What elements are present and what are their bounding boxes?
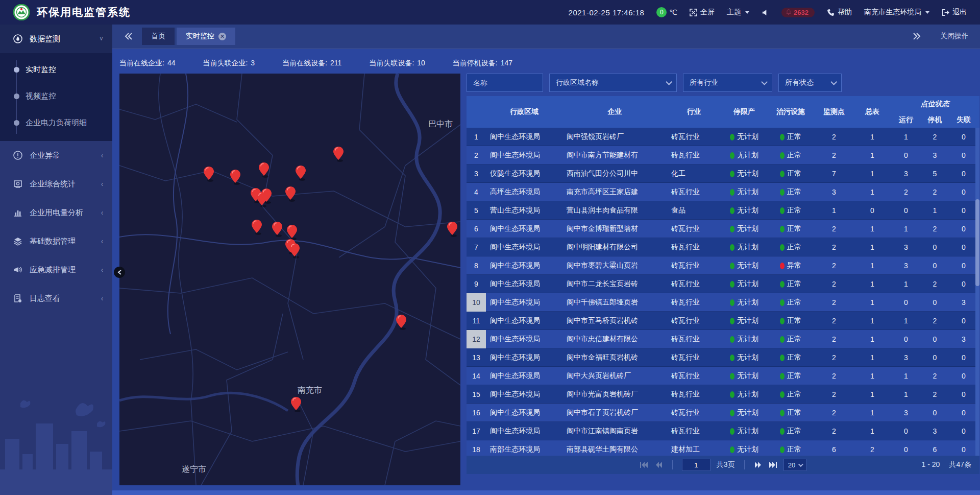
map-panel[interactable]: 巴中市南充市遂宁市 [119, 74, 460, 485]
table-scrollbar[interactable] [975, 128, 979, 456]
sidebar-item-4[interactable]: 基础数据管理‹ [0, 227, 112, 255]
status-dot-icon [780, 171, 785, 177]
sidebar-subitem[interactable]: 视频监控 [0, 83, 112, 109]
cell-monitor-count: 2 [814, 243, 854, 251]
cell-limit-status: 无计划 [721, 408, 768, 417]
sidebar-subitem[interactable]: 企业电力负荷明细 [0, 109, 112, 136]
table-row[interactable]: 8阆中生态环境局阆中市枣碧大梁山页岩砖瓦行业无计划异常21300 [467, 256, 979, 275]
close-operations-button[interactable]: 关闭操作 [940, 32, 969, 41]
last-page-button[interactable] [768, 461, 777, 468]
cell-industry: 建材加工 [667, 445, 721, 454]
fullscreen-button[interactable]: 全屏 [690, 8, 715, 17]
mute-button[interactable] [762, 9, 769, 16]
prev-page-button[interactable] [655, 461, 663, 468]
cell-company: 西南油气田分公司川中 [562, 169, 667, 178]
map-collapse-button[interactable] [114, 267, 125, 278]
name-search-field[interactable] [473, 79, 536, 87]
col-header-stop: 停机 [922, 115, 948, 125]
cell-run-count: 3 [890, 262, 922, 270]
sidebar-item-1[interactable]: 企业异常‹ [0, 141, 112, 170]
stat-value: 211 [330, 59, 341, 68]
row-index: 13 [472, 353, 480, 362]
col-header-meter: 总表 [854, 107, 890, 116]
status-select[interactable]: 所有状态 [778, 74, 842, 92]
map-canvas[interactable]: 巴中市南充市遂宁市 [119, 74, 460, 485]
tab-realtime-monitor[interactable]: 实时监控 ✕ [177, 28, 235, 45]
cell-monitor-count: 2 [814, 390, 854, 398]
chevron-left-icon: ‹ [101, 294, 103, 303]
sidebar-item-5[interactable]: 应急减排管理‹ [0, 255, 112, 284]
table-row[interactable]: 12阆中生态环境局阆中市忠信建材有限公砖瓦行业无计划正常21003 [467, 330, 979, 348]
table-row[interactable]: 10阆中生态环境局阆中千佛镇五郎垭页岩砖瓦行业无计划正常21003 [467, 293, 979, 312]
sidebar-item-3[interactable]: 企业用电量分析‹ [0, 198, 112, 227]
scrollbar-thumb[interactable] [975, 199, 979, 286]
city-label: 巴中市 [428, 120, 453, 128]
help-button[interactable]: 帮助 [827, 8, 852, 17]
cell-company: 阆中市光富页岩机砖厂 [562, 390, 667, 399]
table-row[interactable]: 5营山生态环境局营山县润丰肉食品有限食品无计划正常10010 [467, 201, 979, 220]
city-label: 南充市 [298, 386, 322, 394]
row-index: 3 [474, 170, 478, 178]
cell-company: 阆中市石子页岩机砖厂 [562, 408, 667, 417]
status-dot-icon [730, 152, 734, 159]
name-search-input[interactable] [467, 74, 543, 92]
cell-limit-status: 无计划 [721, 261, 768, 270]
chevron-down-icon [798, 462, 803, 467]
first-page-button[interactable] [640, 461, 649, 468]
cell-monitor-count: 2 [814, 225, 854, 233]
chevron-left-icon: ‹ [101, 151, 103, 160]
stat-item: 当前停机设备:147 [453, 59, 512, 68]
sidebar-item-label: 企业用电量分析 [30, 208, 83, 218]
page-number-input[interactable]: 1 [682, 459, 710, 471]
next-page-icon [754, 461, 762, 468]
table-row[interactable]: 2阆中生态环境局阆中市南方节能建材有砖瓦行业无计划正常21030 [467, 146, 979, 164]
cell-treatment-status: 正常 [768, 206, 814, 215]
sidebar-item-6[interactable]: 日志查看‹ [0, 284, 112, 313]
logout-button[interactable]: 退出 [942, 8, 967, 17]
table-row[interactable]: 17阆中生态环境局阆中市江南镇阆南页岩砖瓦行业无计划正常21030 [467, 422, 979, 440]
notification-badge[interactable]: 2632 [781, 8, 815, 17]
chevron-down-icon [830, 79, 837, 85]
city-label: 遂宁市 [182, 465, 206, 474]
table-row[interactable]: 13阆中生态环境局阆中市金福旺页岩机砖砖瓦行业无计划正常21300 [467, 348, 979, 367]
region-select[interactable]: 行政区域名称 [549, 74, 677, 92]
org-dropdown[interactable]: 南充市生态环境局 [864, 8, 929, 17]
cell-region: 阆中生态环境局 [486, 390, 562, 399]
table-row[interactable]: 6阆中生态环境局阆中市金博瑞新型墙材砖瓦行业无计划正常21120 [467, 220, 979, 238]
table-row[interactable]: 9阆中生态环境局阆中市二龙长宝页岩砖砖瓦行业无计划正常21120 [467, 275, 979, 293]
chevron-down-icon [666, 79, 672, 85]
record-range-label: 1 - 20 [922, 460, 940, 469]
cell-region: 高坪生态环境局 [486, 187, 562, 197]
table-row[interactable]: 15阆中生态环境局阆中市光富页岩机砖厂砖瓦行业无计划正常21120 [467, 385, 979, 404]
table-row[interactable]: 1阆中生态环境局阆中强锐页岩砖厂砖瓦行业无计划正常21120 [467, 128, 979, 146]
tab-home[interactable]: 首页 [142, 28, 175, 45]
tab-scroll-left-button[interactable] [125, 33, 133, 40]
table-row[interactable]: 3仪陇生态环境局西南油气田分公司川中化工无计划正常71350 [467, 164, 979, 183]
table-row[interactable]: 18南部生态环境局南部县砚华土陶有限公建材加工无计划正常62060 [467, 440, 979, 456]
tab-scroll-right-button[interactable] [913, 33, 921, 40]
table-row[interactable]: 11阆中生态环境局阆中市五马桥页岩机砖砖瓦行业无计划正常21120 [467, 312, 979, 330]
col-header-lost: 失联 [948, 115, 979, 125]
next-page-button[interactable] [754, 461, 762, 468]
status-dot-icon [780, 207, 785, 214]
sidebar-item-0[interactable]: 数据监测˅ [0, 25, 112, 53]
cell-meter-count: 1 [854, 170, 890, 178]
status-dot-icon [780, 336, 785, 343]
table-row[interactable]: 16阆中生态环境局阆中市石子页岩机砖厂砖瓦行业无计划正常21300 [467, 404, 979, 422]
cell-monitor-count: 2 [814, 353, 854, 362]
table-row[interactable]: 14阆中生态环境局阆中大兴页岩机砖厂砖瓦行业无计划正常21120 [467, 367, 979, 385]
cell-industry: 砖瓦行业 [667, 353, 721, 362]
table-row[interactable]: 7阆中生态环境局阆中明阳建材有限公司砖瓦行业无计划正常21300 [467, 238, 979, 256]
industry-select[interactable]: 所有行业 [683, 74, 772, 92]
table-row[interactable]: 4高坪生态环境局南充市高坪区王家店建砖瓦行业无计划正常31220 [467, 183, 979, 201]
sidebar-subitem[interactable]: 实时监控 [0, 56, 112, 83]
row-index: 7 [474, 243, 478, 251]
cell-region: 阆中生态环境局 [486, 371, 562, 381]
app-logo-icon [13, 4, 30, 20]
tab-close-icon[interactable]: ✕ [218, 33, 226, 40]
page-size-select[interactable]: 20 [783, 459, 806, 471]
theme-dropdown[interactable]: 主题 [727, 8, 749, 17]
sidebar-item-2[interactable]: 企业综合统计‹ [0, 170, 112, 198]
notification-count: 2632 [794, 9, 808, 16]
status-dot-icon [730, 171, 734, 177]
